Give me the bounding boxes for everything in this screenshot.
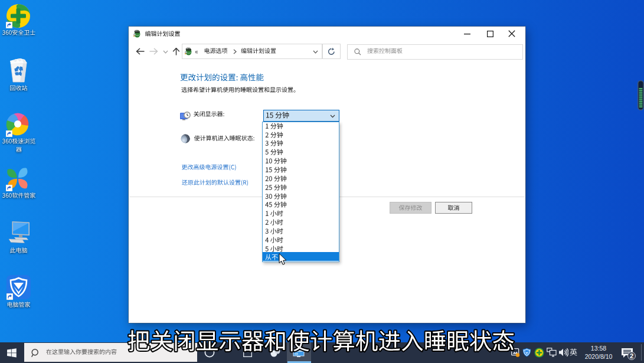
svg-text:2: 2 [630, 352, 633, 359]
